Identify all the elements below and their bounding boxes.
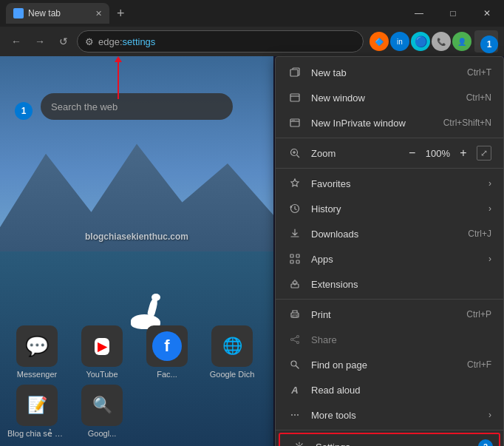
menu-item-new-window[interactable]: New window Ctrl+N [276,85,503,110]
svg-point-27 [294,414,296,416]
swan-image [123,300,168,329]
zoom-minus-btn[interactable]: − [405,146,420,161]
new-tab-label: New tab [311,67,467,78]
window-controls: — □ ✕ [402,0,504,27]
print-label: Print [311,309,466,320]
refresh-button[interactable]: ↺ [53,31,74,52]
print-icon [287,307,302,322]
profile-icon-5[interactable]: 👤 [452,32,471,51]
settings-label: Settings [316,442,487,447]
profile-icon-4[interactable]: 📞 [432,32,451,51]
zoom-value: 100% [426,148,450,159]
menu-item-zoom[interactable]: Zoom − 100% + ⤢ [276,141,503,166]
messenger-label: Messenger [7,370,67,379]
downloads-icon [287,226,302,241]
find-icon [287,357,302,372]
blogchiase-icon: 📝 [16,385,58,426]
zoom-control: − 100% + ⤢ [405,146,491,161]
profile-icon-2[interactable]: in [390,32,409,51]
zoom-icon [287,146,302,161]
menu-item-favorites[interactable]: Favorites › [276,171,503,196]
menu-item-share[interactable]: Share [276,327,503,352]
extensions-icon [287,277,302,291]
address-bar[interactable]: ⚙ edge:settings [77,30,364,53]
menu-item-print[interactable]: Print Ctrl+P [276,302,503,327]
svg-point-19 [297,336,299,338]
address-text: edge:settings [98,36,155,47]
more-tools-arrow: › [488,410,491,420]
menu-item-settings[interactable]: Settings 2 [279,433,500,446]
facebook-label: Fac... [137,370,197,379]
history-icon [287,201,302,216]
zoom-label: Zoom [311,148,405,159]
blog-watermark: blogchiasekienthuc.com [85,232,188,242]
apps-label: Apps [311,254,483,265]
tab-title: New tab [28,8,91,18]
downloads-label: Downloads [311,229,468,240]
svg-line-7 [297,155,300,158]
zoom-expand-btn[interactable]: ⤢ [477,146,491,161]
menu-divider-2 [276,168,503,169]
menu-item-downloads[interactable]: Downloads Ctrl+J [276,221,503,246]
browser-tab[interactable]: New tab ✕ [6,3,109,24]
profile-icons: 🔷 in 🔵 📞 👤 [370,32,471,51]
quick-link-blogchiase[interactable]: 📝 Blog chia sẻ kiế... [7,385,67,439]
quick-link-google-translate[interactable]: 🌐 Google Dich [202,325,262,379]
quick-link-youtube[interactable]: ▶ YouTube [72,325,132,379]
new-tab-search-box[interactable]: Search the web [41,93,233,120]
svg-rect-0 [290,70,298,76]
more-tools-label: More tools [311,410,483,421]
inprivate-icon [287,115,302,130]
swan-head [151,294,160,301]
address-protocol: edge: [98,36,123,47]
quick-link-google[interactable]: 🔍 Googl... [72,385,132,439]
facebook-icon: f [146,325,188,367]
menu-item-apps[interactable]: Apps › [276,246,503,271]
new-tab-icon [287,65,302,80]
svg-point-24 [291,361,296,366]
settings-icon [292,439,307,446]
tab-close-button[interactable]: ✕ [95,9,102,18]
favorites-arrow: › [488,178,491,189]
svg-line-23 [293,340,296,342]
menu-item-more-tools[interactable]: More tools › [276,402,503,428]
browser-content: blogchiasekienthuc.com Search the web 1 … [0,56,273,446]
history-label: History [311,203,483,214]
print-shortcut: Ctrl+P [466,309,491,320]
tab-bar: New tab ✕ + [0,0,129,27]
svg-point-20 [297,342,299,344]
find-shortcut: Ctrl+F [467,359,491,370]
svg-rect-13 [290,260,293,263]
google-translate-label: Google Dich [202,370,262,379]
quick-link-messenger[interactable]: 💬 Messenger [7,325,67,379]
forward-button[interactable]: → [30,31,50,52]
svg-line-25 [296,366,299,369]
menu-divider-1 [276,138,503,138]
search-box-placeholder: Search the web [51,101,118,112]
inprivate-label: New InPrivate window [311,118,443,129]
svg-point-28 [297,414,299,416]
zoom-plus-btn[interactable]: + [456,146,471,161]
menu-item-new-tab[interactable]: New tab Ctrl+T [276,60,503,85]
menu-item-read-aloud[interactable]: A Read aloud [276,377,503,402]
svg-rect-5 [292,120,295,121]
profile-icon-1[interactable]: 🔷 [370,32,389,51]
svg-rect-11 [290,254,293,257]
back-button[interactable]: ← [6,31,27,52]
menu-item-find[interactable]: Find on page Ctrl+F [276,352,503,377]
quick-link-facebook[interactable]: f Fac... [137,325,197,379]
minimize-button[interactable]: — [402,0,436,27]
menu-item-extensions[interactable]: Extensions [276,271,503,297]
new-tab-page: blogchiasekienthuc.com Search the web 1 … [0,56,273,446]
close-button[interactable]: ✕ [470,0,504,27]
maximize-button[interactable]: □ [436,0,470,27]
read-aloud-icon: A [287,382,302,397]
arrow-head-up [115,56,122,62]
menu-item-history[interactable]: History › [276,196,503,221]
profile-icon-3[interactable]: 🔵 [411,32,430,51]
menu-item-inprivate[interactable]: New InPrivate window Ctrl+Shift+N [276,110,503,135]
new-window-icon [287,90,302,105]
dropdown-menu: New tab Ctrl+T New window Ctrl+N New InP… [275,56,504,446]
new-tab-button[interactable]: + [112,6,129,21]
new-window-label: New window [311,92,466,104]
